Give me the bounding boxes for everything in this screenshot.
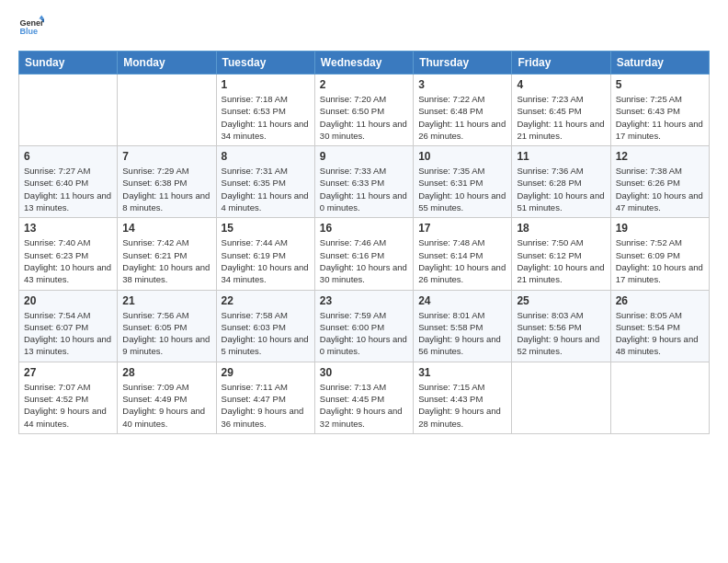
day-number: 7 — [122, 150, 210, 163]
calendar-cell: 26Sunrise: 8:05 AM Sunset: 5:54 PM Dayli… — [610, 290, 709, 362]
calendar-cell: 10Sunrise: 7:35 AM Sunset: 6:31 PM Dayli… — [414, 146, 512, 218]
calendar-cell: 17Sunrise: 7:48 AM Sunset: 6:14 PM Dayli… — [414, 218, 512, 290]
day-number: 13 — [24, 222, 112, 235]
calendar-cell: 13Sunrise: 7:40 AM Sunset: 6:23 PM Dayli… — [19, 218, 118, 290]
cell-content: Sunrise: 8:01 AM Sunset: 5:58 PM Dayligh… — [418, 309, 506, 358]
day-number: 30 — [320, 366, 408, 379]
calendar-cell: 4Sunrise: 7:23 AM Sunset: 6:45 PM Daylig… — [512, 75, 610, 146]
day-number: 4 — [517, 78, 605, 91]
weekday-header-wednesday: Wednesday — [314, 52, 413, 75]
calendar-cell: 16Sunrise: 7:46 AM Sunset: 6:16 PM Dayli… — [314, 218, 413, 290]
cell-content: Sunrise: 7:31 AM Sunset: 6:35 PM Dayligh… — [222, 165, 310, 213]
weekday-header-row: SundayMondayTuesdayWednesdayThursdayFrid… — [19, 52, 710, 75]
calendar-cell: 23Sunrise: 7:59 AM Sunset: 6:00 PM Dayli… — [314, 290, 413, 362]
week-row-1: 1Sunrise: 7:18 AM Sunset: 6:53 PM Daylig… — [19, 75, 710, 146]
week-row-5: 27Sunrise: 7:07 AM Sunset: 4:52 PM Dayli… — [19, 362, 710, 433]
cell-content: Sunrise: 7:13 AM Sunset: 4:45 PM Dayligh… — [320, 381, 408, 430]
calendar-cell: 3Sunrise: 7:22 AM Sunset: 6:48 PM Daylig… — [414, 75, 512, 146]
cell-content: Sunrise: 7:50 AM Sunset: 6:12 PM Dayligh… — [517, 236, 605, 285]
calendar-cell: 11Sunrise: 7:36 AM Sunset: 6:28 PM Dayli… — [512, 146, 610, 218]
day-number: 9 — [320, 150, 408, 163]
cell-content: Sunrise: 7:22 AM Sunset: 6:48 PM Dayligh… — [418, 93, 506, 142]
calendar-cell — [512, 362, 610, 433]
weekday-header-sunday: Sunday — [19, 52, 118, 75]
calendar-cell: 19Sunrise: 7:52 AM Sunset: 6:09 PM Dayli… — [610, 218, 709, 290]
day-number: 17 — [418, 222, 506, 235]
calendar-cell: 6Sunrise: 7:27 AM Sunset: 6:40 PM Daylig… — [19, 146, 118, 218]
weekday-header-monday: Monday — [118, 52, 216, 75]
day-number: 29 — [222, 366, 310, 379]
day-number: 16 — [320, 222, 408, 235]
weekday-header-friday: Friday — [512, 52, 610, 75]
weekday-header-thursday: Thursday — [414, 52, 512, 75]
day-number: 25 — [517, 294, 605, 307]
calendar-cell: 2Sunrise: 7:20 AM Sunset: 6:50 PM Daylig… — [314, 75, 413, 146]
calendar-cell: 25Sunrise: 8:03 AM Sunset: 5:56 PM Dayli… — [512, 290, 610, 362]
day-number: 10 — [418, 150, 506, 163]
day-number: 24 — [418, 294, 506, 307]
calendar-cell: 31Sunrise: 7:15 AM Sunset: 4:43 PM Dayli… — [414, 362, 512, 433]
calendar-table: SundayMondayTuesdayWednesdayThursdayFrid… — [18, 51, 710, 434]
day-number: 26 — [616, 294, 704, 307]
cell-content: Sunrise: 7:35 AM Sunset: 6:31 PM Dayligh… — [418, 165, 506, 213]
cell-content: Sunrise: 7:25 AM Sunset: 6:43 PM Dayligh… — [616, 93, 704, 142]
calendar-cell — [118, 75, 216, 146]
day-number: 5 — [616, 78, 704, 91]
day-number: 1 — [222, 78, 310, 91]
header: General Blue — [18, 14, 710, 40]
week-row-2: 6Sunrise: 7:27 AM Sunset: 6:40 PM Daylig… — [19, 146, 710, 218]
calendar-cell: 22Sunrise: 7:58 AM Sunset: 6:03 PM Dayli… — [216, 290, 314, 362]
calendar-cell: 20Sunrise: 7:54 AM Sunset: 6:07 PM Dayli… — [19, 290, 118, 362]
day-number: 14 — [122, 222, 210, 235]
day-number: 23 — [320, 294, 408, 307]
week-row-4: 20Sunrise: 7:54 AM Sunset: 6:07 PM Dayli… — [19, 290, 710, 362]
calendar-cell: 7Sunrise: 7:29 AM Sunset: 6:38 PM Daylig… — [118, 146, 216, 218]
calendar-cell: 28Sunrise: 7:09 AM Sunset: 4:49 PM Dayli… — [118, 362, 216, 433]
cell-content: Sunrise: 7:36 AM Sunset: 6:28 PM Dayligh… — [517, 165, 605, 213]
cell-content: Sunrise: 8:05 AM Sunset: 5:54 PM Dayligh… — [616, 309, 704, 358]
cell-content: Sunrise: 7:42 AM Sunset: 6:21 PM Dayligh… — [122, 236, 210, 285]
week-row-3: 13Sunrise: 7:40 AM Sunset: 6:23 PM Dayli… — [19, 218, 710, 290]
day-number: 31 — [418, 366, 506, 379]
cell-content: Sunrise: 7:33 AM Sunset: 6:33 PM Dayligh… — [320, 165, 408, 213]
cell-content: Sunrise: 7:15 AM Sunset: 4:43 PM Dayligh… — [418, 381, 506, 430]
day-number: 3 — [418, 78, 506, 91]
calendar-cell: 24Sunrise: 8:01 AM Sunset: 5:58 PM Dayli… — [414, 290, 512, 362]
calendar-cell: 29Sunrise: 7:11 AM Sunset: 4:47 PM Dayli… — [216, 362, 314, 433]
calendar-cell: 12Sunrise: 7:38 AM Sunset: 6:26 PM Dayli… — [610, 146, 709, 218]
calendar-cell — [19, 75, 118, 146]
day-number: 21 — [122, 294, 210, 307]
calendar-cell: 5Sunrise: 7:25 AM Sunset: 6:43 PM Daylig… — [610, 75, 709, 146]
calendar-cell: 15Sunrise: 7:44 AM Sunset: 6:19 PM Dayli… — [216, 218, 314, 290]
cell-content: Sunrise: 7:38 AM Sunset: 6:26 PM Dayligh… — [616, 165, 704, 213]
calendar-cell: 9Sunrise: 7:33 AM Sunset: 6:33 PM Daylig… — [314, 146, 413, 218]
cell-content: Sunrise: 7:18 AM Sunset: 6:53 PM Dayligh… — [222, 93, 310, 142]
day-number: 28 — [122, 366, 210, 379]
cell-content: Sunrise: 7:27 AM Sunset: 6:40 PM Dayligh… — [24, 165, 112, 213]
logo-icon: General Blue — [18, 14, 44, 40]
cell-content: Sunrise: 7:11 AM Sunset: 4:47 PM Dayligh… — [222, 381, 310, 430]
cell-content: Sunrise: 7:56 AM Sunset: 6:05 PM Dayligh… — [122, 309, 210, 358]
calendar-cell: 18Sunrise: 7:50 AM Sunset: 6:12 PM Dayli… — [512, 218, 610, 290]
cell-content: Sunrise: 8:03 AM Sunset: 5:56 PM Dayligh… — [517, 309, 605, 358]
weekday-header-saturday: Saturday — [610, 52, 709, 75]
cell-content: Sunrise: 7:29 AM Sunset: 6:38 PM Dayligh… — [122, 165, 210, 213]
day-number: 22 — [222, 294, 310, 307]
cell-content: Sunrise: 7:52 AM Sunset: 6:09 PM Dayligh… — [616, 236, 704, 285]
day-number: 27 — [24, 366, 112, 379]
cell-content: Sunrise: 7:40 AM Sunset: 6:23 PM Dayligh… — [24, 236, 112, 285]
calendar-cell: 14Sunrise: 7:42 AM Sunset: 6:21 PM Dayli… — [118, 218, 216, 290]
cell-content: Sunrise: 7:54 AM Sunset: 6:07 PM Dayligh… — [24, 309, 112, 358]
calendar-cell: 8Sunrise: 7:31 AM Sunset: 6:35 PM Daylig… — [216, 146, 314, 218]
weekday-header-tuesday: Tuesday — [216, 52, 314, 75]
logo: General Blue — [18, 14, 48, 40]
day-number: 6 — [24, 150, 112, 163]
cell-content: Sunrise: 7:44 AM Sunset: 6:19 PM Dayligh… — [222, 236, 310, 285]
svg-text:Blue: Blue — [19, 27, 38, 36]
calendar-cell: 27Sunrise: 7:07 AM Sunset: 4:52 PM Dayli… — [19, 362, 118, 433]
cell-content: Sunrise: 7:58 AM Sunset: 6:03 PM Dayligh… — [222, 309, 310, 358]
cell-content: Sunrise: 7:23 AM Sunset: 6:45 PM Dayligh… — [517, 93, 605, 142]
cell-content: Sunrise: 7:07 AM Sunset: 4:52 PM Dayligh… — [24, 381, 112, 430]
day-number: 15 — [222, 222, 310, 235]
calendar-cell: 30Sunrise: 7:13 AM Sunset: 4:45 PM Dayli… — [314, 362, 413, 433]
